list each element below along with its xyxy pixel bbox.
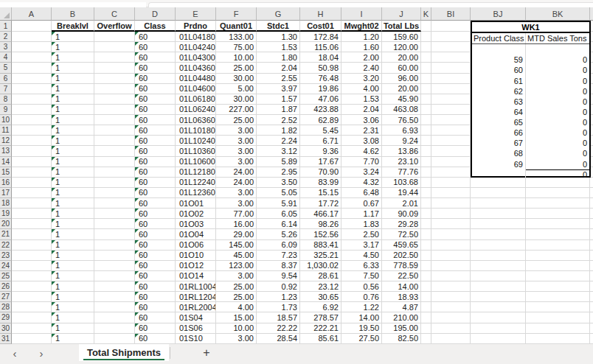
row-header-3[interactable]: 3 (0, 42, 12, 52)
cell-F31[interactable]: 3.00 (216, 334, 257, 344)
cell-G4[interactable]: 1.80 (257, 52, 300, 63)
wk1-product-class[interactable]: 69 (472, 159, 526, 169)
cell-G1[interactable]: Stdc1 (257, 21, 300, 32)
cell-BI25[interactable] (431, 271, 471, 281)
cell-F6[interactable]: 30.00 (216, 74, 257, 84)
column-header-C[interactable]: C (94, 7, 135, 21)
row-header-7[interactable]: 7 (0, 84, 12, 94)
cell-D31[interactable]: 60 (135, 334, 176, 344)
wk1-product-class[interactable]: 62 (472, 86, 526, 97)
cell-K31[interactable] (421, 334, 431, 344)
cell-F21[interactable]: 29.00 (216, 229, 257, 239)
cell-I31[interactable]: 27.50 (341, 334, 382, 344)
cell-BJ22[interactable] (471, 240, 526, 251)
row-header-26[interactable]: 26 (0, 281, 12, 292)
cell-I20[interactable]: 1.83 (341, 219, 382, 229)
cell-G13[interactable]: 3.12 (257, 146, 300, 156)
cell-BJ23[interactable] (471, 251, 526, 261)
cell-C3[interactable] (94, 42, 135, 52)
cell-D11[interactable]: 60 (135, 125, 176, 136)
cell-A25[interactable] (12, 271, 52, 281)
cell-B25[interactable]: 1 (52, 271, 94, 281)
cell-G5[interactable]: 2.04 (257, 63, 300, 73)
cell-K1[interactable] (421, 21, 431, 32)
cell-BJ21[interactable] (471, 229, 526, 239)
cell-D6[interactable]: 60 (135, 74, 176, 84)
cell-C23[interactable] (94, 251, 135, 261)
cell-G14[interactable]: 5.89 (257, 157, 300, 167)
cell-C13[interactable] (94, 146, 135, 156)
cell-G16[interactable]: 3.50 (257, 178, 300, 188)
cell-H13[interactable]: 9.36 (300, 146, 341, 156)
cell-I26[interactable]: 0.56 (341, 281, 382, 292)
cell-K6[interactable] (421, 74, 431, 84)
cell-B6[interactable]: 1 (52, 74, 94, 84)
cell-E17[interactable]: 01L12360 (176, 188, 216, 198)
cell-I29[interactable]: 14.00 (341, 312, 382, 323)
cell-F26[interactable]: 25.00 (216, 281, 257, 292)
cell-D1[interactable]: Class (135, 21, 176, 32)
cell-BI30[interactable] (431, 323, 471, 334)
wk1-total-value[interactable]: 0 (526, 169, 589, 180)
cell-D9[interactable]: 60 (135, 105, 176, 115)
cell-F11[interactable]: 3.00 (216, 125, 257, 136)
cell-G26[interactable]: 0.92 (257, 281, 300, 292)
cell-BJ17[interactable] (471, 188, 526, 198)
cell-K18[interactable] (421, 198, 431, 209)
cell-BJ18[interactable] (471, 198, 526, 209)
cell-G23[interactable]: 7.23 (257, 251, 300, 261)
cell-A4[interactable] (12, 52, 52, 63)
cell-G21[interactable]: 5.26 (257, 229, 300, 239)
prev-sheet-arrow-icon[interactable]: ‹ (7, 346, 22, 360)
cell-BK24[interactable] (526, 261, 590, 271)
cell-J23[interactable]: 202.50 (382, 251, 421, 261)
cell-BK28[interactable] (526, 302, 590, 312)
cell-D13[interactable]: 60 (135, 146, 176, 156)
cell-F9[interactable]: 227.00 (216, 105, 257, 115)
cell-BK18[interactable] (526, 198, 590, 209)
cell-D7[interactable]: 60 (135, 84, 176, 94)
cell-B26[interactable]: 1 (52, 281, 94, 292)
cell-J3[interactable]: 120.00 (382, 42, 421, 52)
cell-E3[interactable]: 01L04240 (176, 42, 216, 52)
cell-J13[interactable]: 13.86 (382, 146, 421, 156)
cell-BJ30[interactable] (471, 323, 526, 334)
cell-G25[interactable]: 9.54 (257, 271, 300, 281)
wk1-cell[interactable] (526, 44, 589, 55)
wk1-product-class[interactable]: 59 (472, 55, 526, 65)
row-header-27[interactable]: 27 (0, 292, 12, 302)
cell-BI21[interactable] (431, 229, 471, 239)
cell-H20[interactable]: 98.26 (300, 219, 341, 229)
cell-K12[interactable] (421, 136, 431, 146)
cell-G6[interactable]: 2.55 (257, 74, 300, 84)
cell-C11[interactable] (94, 125, 135, 136)
wk1-mtd-sales-tons[interactable]: 0 (526, 76, 589, 86)
cell-B5[interactable]: 1 (52, 63, 94, 73)
cell-C5[interactable] (94, 63, 135, 73)
cell-B3[interactable]: 1 (52, 42, 94, 52)
cell-B10[interactable]: 1 (52, 115, 94, 125)
cell-B11[interactable]: 1 (52, 125, 94, 136)
cell-D22[interactable]: 60 (135, 240, 176, 251)
cell-J11[interactable]: 6.93 (382, 125, 421, 136)
cell-BI19[interactable] (431, 209, 471, 219)
cell-B2[interactable]: 1 (52, 32, 94, 42)
cell-BI28[interactable] (431, 302, 471, 312)
cell-E18[interactable]: 01O01 (176, 198, 216, 209)
cell-E1[interactable]: Prdno (176, 21, 216, 32)
cell-BI16[interactable] (431, 178, 471, 188)
cell-BK29[interactable] (526, 312, 590, 323)
cell-A17[interactable] (12, 188, 52, 198)
wk1-mtd-sales-tons[interactable]: 0 (526, 138, 589, 148)
cell-C25[interactable] (94, 271, 135, 281)
cell-H24[interactable]: 1,030.02 (300, 261, 341, 271)
cell-E25[interactable]: 01O14 (176, 271, 216, 281)
cell-K3[interactable] (421, 42, 431, 52)
column-header-F[interactable]: F (216, 7, 257, 21)
cell-A1[interactable] (12, 21, 52, 32)
cell-C27[interactable] (94, 292, 135, 302)
row-header-1[interactable]: 1 (0, 21, 12, 32)
cell-I18[interactable]: 0.67 (341, 198, 382, 209)
wk1-cell[interactable] (472, 44, 526, 55)
cell-BJ28[interactable] (471, 302, 526, 312)
